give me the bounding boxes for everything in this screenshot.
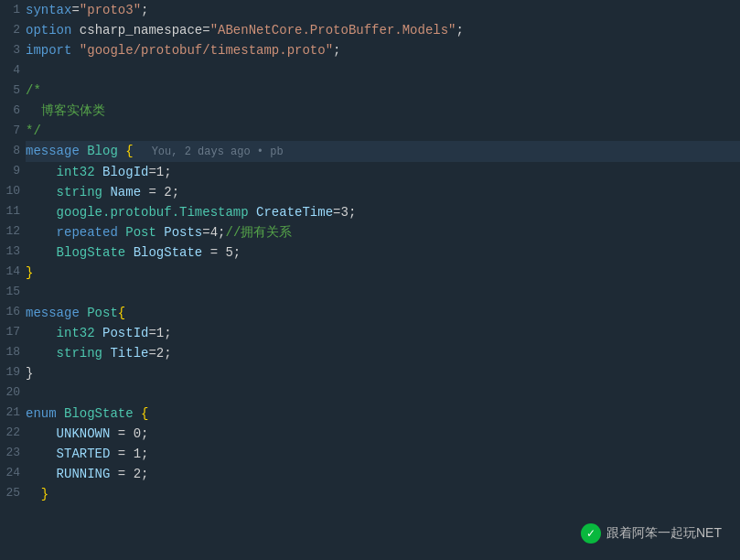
code-editor: 1234567891011121314151617181920212223242… — [0, 0, 740, 560]
token-plain — [118, 144, 125, 158]
token-str: "google/protobuf/timestamp.proto" — [80, 43, 333, 58]
line-number: 21 — [0, 403, 26, 423]
token-plain — [26, 326, 57, 340]
watermark: ✓ 跟着阿笨一起玩NET — [581, 523, 722, 544]
line-number: 8 — [0, 141, 26, 161]
token-field: BlogId — [102, 165, 148, 179]
line-number: 22 — [0, 423, 26, 443]
code-line — [26, 60, 740, 81]
line-number: 4 — [0, 60, 26, 81]
token-plain: ; — [333, 43, 340, 58]
token-plain — [71, 43, 79, 58]
token-plain: =1; — [148, 165, 171, 179]
line-number: 5 — [0, 81, 26, 101]
code-line: message Post{ — [26, 303, 740, 323]
token-comment: /* — [26, 83, 41, 98]
token-plain: = 2; — [110, 467, 148, 481]
token-kw: import — [26, 43, 71, 58]
token-plain — [57, 406, 64, 421]
token-bracket: { — [118, 306, 125, 320]
token-field: STARTED — [57, 447, 111, 461]
token-field: BlogState — [134, 245, 203, 260]
token-plain: =3; — [333, 205, 356, 220]
token-plain: =1; — [148, 326, 171, 340]
token-kw2: string — [57, 346, 102, 361]
code-line: option csharp_namespace="ABenNetCore.Pro… — [26, 20, 740, 40]
token-plain — [118, 225, 125, 240]
line-number: 20 — [0, 382, 26, 403]
line-number: 14 — [0, 262, 26, 282]
code-line: */ — [26, 121, 740, 141]
line-number: 3 — [0, 40, 26, 60]
code-line: enum BlogState { — [26, 404, 740, 424]
code-line: repeated Post Posts=4;//拥有关系 — [26, 222, 740, 242]
token-plain — [26, 245, 57, 260]
token-str: "proto3" — [80, 3, 141, 17]
line-number: 24 — [0, 463, 26, 483]
token-kw: message — [26, 144, 80, 158]
token-field: Name — [110, 185, 141, 199]
code-line: } — [26, 263, 740, 283]
code-line: 博客实体类 — [26, 101, 740, 121]
code-line — [26, 283, 740, 303]
line-number: 7 — [0, 121, 26, 141]
token-bracket: { — [125, 144, 133, 158]
token-plain: csharp_namespace= — [71, 23, 209, 38]
token-plain: ; — [141, 3, 148, 17]
token-plain — [156, 225, 164, 240]
code-line: STARTED = 1; — [26, 444, 740, 464]
code-line: } — [26, 484, 740, 504]
token-kw2: string — [57, 185, 102, 199]
code-line: RUNNING = 2; — [26, 464, 740, 484]
token-plain: } — [26, 366, 33, 381]
code-line — [26, 383, 740, 404]
token-kw: message — [26, 306, 80, 320]
token-plain — [80, 144, 87, 158]
token-plain: =2; — [148, 346, 171, 361]
token-plain: = 0; — [110, 426, 148, 441]
code-line: string Name = 2; — [26, 182, 740, 202]
line-number: 6 — [0, 101, 26, 121]
token-str: "ABenNetCore.ProtoBuffer.Models" — [210, 23, 456, 38]
code-line: BlogState BlogState = 5; — [26, 242, 740, 263]
token-plain — [26, 467, 57, 481]
code-line: /* — [26, 81, 740, 101]
code-content: 1234567891011121314151617181920212223242… — [0, 0, 740, 560]
token-bracket: } — [26, 265, 33, 280]
token-plain — [95, 165, 102, 179]
token-field: PostId — [102, 326, 148, 340]
token-field: UNKNOWN — [57, 426, 111, 441]
code-line: google.protobuf.Timestamp CreateTime=3; — [26, 202, 740, 222]
line-number: 11 — [0, 201, 26, 221]
token-bracket: } — [41, 487, 48, 501]
line-number: 10 — [0, 181, 26, 201]
token-kw2: int32 — [57, 165, 95, 179]
token-field: Title — [110, 346, 148, 361]
code-line: string Title=2; — [26, 343, 740, 363]
token-plain — [26, 165, 57, 179]
token-plain — [26, 185, 57, 199]
watermark-text: 跟着阿笨一起玩NET — [606, 525, 722, 542]
token-plain — [95, 326, 102, 340]
code-lines: syntax="proto3";option csharp_namespace=… — [26, 0, 740, 560]
token-plain — [26, 426, 57, 441]
token-kw: repeated — [57, 225, 118, 240]
token-plain — [80, 306, 87, 320]
token-plain — [26, 225, 57, 240]
line-number: 2 — [0, 20, 26, 40]
line-number: 19 — [0, 362, 26, 382]
git-info: You, 2 days ago • pb — [152, 145, 284, 158]
token-plain: = 5; — [202, 245, 241, 260]
token-cn: Post — [87, 306, 118, 320]
token-field: Posts — [164, 225, 202, 240]
code-line: import "google/protobuf/timestamp.proto"… — [26, 40, 740, 60]
token-plain: = 2; — [141, 185, 179, 199]
line-number: 12 — [0, 221, 26, 242]
token-cn: Blog — [87, 144, 118, 158]
token-plain: =4; — [202, 225, 225, 240]
code-line: syntax="proto3"; — [26, 0, 740, 20]
line-number: 23 — [0, 443, 26, 463]
token-cn: Post — [125, 225, 156, 240]
token-cn: BlogState — [64, 406, 134, 421]
token-kw2: int32 — [57, 326, 95, 340]
